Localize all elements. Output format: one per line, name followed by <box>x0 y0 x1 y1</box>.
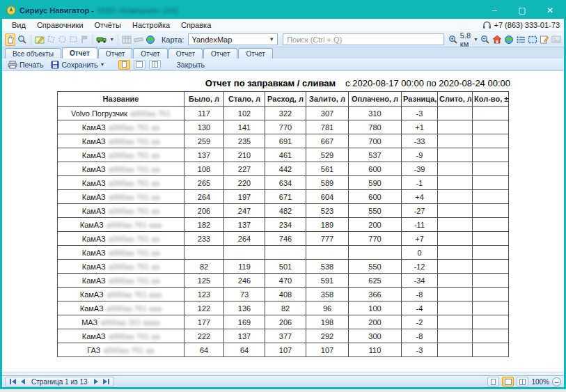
cell-value-6 <box>438 204 473 218</box>
edit-note-icon[interactable] <box>540 33 549 46</box>
cell-value-0: 123 <box>184 288 224 301</box>
cell-value-7 <box>473 218 509 232</box>
tab-4[interactable]: Отчет <box>168 48 203 58</box>
column-header-3: Расход, л <box>265 92 306 107</box>
cell-value-7 <box>473 301 509 315</box>
first-page-button[interactable] <box>8 379 17 384</box>
search-input[interactable]: Поиск (Ctrl + Q) <box>283 33 444 45</box>
table-view-icon[interactable] <box>122 33 132 46</box>
vehicle-plate-redacted: а000аа 761 аа <box>109 262 159 271</box>
cell-value-0: 125 <box>184 274 224 288</box>
tab-0[interactable]: Все объекты <box>5 48 61 58</box>
tab-1[interactable]: Отчет <box>62 47 97 58</box>
cell-value-4: 770 <box>349 232 402 246</box>
zoom-tool-icon[interactable] <box>17 33 27 46</box>
save-dropdown-caret[interactable]: ▼ <box>100 62 105 67</box>
select-area-icon[interactable] <box>528 33 537 46</box>
cell-value-0: 117 <box>184 107 224 120</box>
cell-value-1: 141 <box>224 120 265 134</box>
last-page-button[interactable] <box>102 379 111 384</box>
fit-width-icon <box>505 379 512 385</box>
menu-item-0[interactable]: Вид <box>6 19 31 31</box>
table-row: КамАЗа000аа 761 ааа1221368296100-4 <box>58 301 509 315</box>
status-view-single-button[interactable] <box>487 377 499 386</box>
cell-vehicle-name: КамАЗа000аа 761 аа <box>58 329 184 343</box>
next-page-button[interactable] <box>93 379 100 384</box>
vehicle-plate-redacted: а000аа 761 ааа <box>107 290 162 299</box>
cell-value-4: 200 <box>349 218 402 232</box>
zoom-in-icon[interactable] <box>448 33 458 46</box>
image-icon[interactable] <box>551 33 561 46</box>
route-ruler-icon[interactable] <box>134 33 143 46</box>
vehicle-plate-redacted: а000аа 761 аа <box>109 332 159 340</box>
table-row: КамАЗа000аа 761 аа82119501538550-12 <box>58 260 509 274</box>
cell-value-7 <box>473 190 509 204</box>
polygon-tool-icon[interactable] <box>47 33 56 46</box>
view-single-page-button[interactable] <box>118 60 130 70</box>
edit-map-icon[interactable] <box>35 33 45 46</box>
print-button[interactable]: Печать <box>6 60 45 70</box>
tab-6[interactable]: Отчет <box>238 48 272 58</box>
vehicle-plate-redacted: а000аа 761 аа <box>109 193 159 201</box>
cell-value-4: 550 <box>349 204 402 218</box>
list-icon[interactable] <box>516 33 526 46</box>
cell-value-3: 96 <box>306 301 349 315</box>
page-indicator: Страница 1 из 13 <box>29 378 91 386</box>
cell-value-5: -8 <box>402 288 438 301</box>
cell-value-7 <box>473 204 509 218</box>
home-icon[interactable] <box>492 33 502 46</box>
cell-value-4: 625 <box>349 274 402 288</box>
menu-item-3[interactable]: Настройка <box>127 19 175 31</box>
globe-tool-icon[interactable] <box>146 33 155 46</box>
view-fit-width-button[interactable] <box>134 60 146 70</box>
zoom-percent: 100% <box>531 378 549 386</box>
map-scale-dropdown[interactable]: 5.8 км ▼ <box>460 31 478 48</box>
flag-tool-icon[interactable] <box>80 33 89 46</box>
vehicle-truck-icon[interactable] <box>96 33 107 46</box>
cell-value-7 <box>473 120 509 134</box>
minimize-button[interactable]: – <box>480 2 508 19</box>
prev-page-button[interactable] <box>19 379 26 384</box>
zoom-out-icon[interactable] <box>480 33 490 46</box>
truck-dropdown-caret[interactable]: ▼ <box>109 37 114 42</box>
column-header-8: Кол-во, ± <box>473 92 509 107</box>
cell-vehicle-name: КамАЗа000аа 761 аа <box>58 246 184 260</box>
save-button[interactable]: Сохранить ▼ <box>49 60 107 70</box>
cell-value-4: 200 <box>349 315 402 329</box>
circle-tool-icon[interactable] <box>58 33 67 46</box>
cell-value-1 <box>224 246 265 260</box>
view-two-pages-button[interactable] <box>149 60 161 70</box>
close-report-button[interactable]: Закрыть <box>175 60 207 70</box>
cell-value-4: 600 <box>349 190 402 204</box>
app-window: Сириус Навигатор - ООО «Компания» (ХХ) –… <box>0 0 566 389</box>
status-view-multi-button[interactable] <box>517 377 528 386</box>
menu-item-2[interactable]: Отчёты <box>89 19 127 31</box>
cell-value-5: -4 <box>402 301 438 315</box>
rect-tool-icon[interactable] <box>69 33 78 46</box>
map-provider-select[interactable]: YandexMap ▼ <box>188 33 278 45</box>
tab-3[interactable]: Отчет <box>133 48 167 58</box>
pan-hand-icon[interactable] <box>5 33 15 46</box>
window-title-redacted: ООО «Компания» (ХХ) <box>97 6 178 15</box>
tab-2[interactable]: Отчет <box>98 48 132 58</box>
zoom-out-button[interactable]: – <box>552 377 561 386</box>
cell-value-3: 198 <box>306 315 349 329</box>
phone-number: +7 (863) 333-01-73 <box>494 21 560 29</box>
maximize-button[interactable]: ▢ <box>508 2 536 19</box>
menu-item-4[interactable]: Справка <box>175 19 217 31</box>
cell-vehicle-name: КамАЗа000аа 761 аа <box>58 148 184 162</box>
menu-item-1[interactable]: Справочники <box>31 19 89 31</box>
cell-value-0: 82 <box>184 260 224 274</box>
globe-icon[interactable] <box>504 33 514 46</box>
tab-5[interactable]: Отчет <box>203 48 237 58</box>
cell-value-4 <box>349 246 402 260</box>
cell-vehicle-name: КамАЗа000аа 761 аа <box>58 204 184 218</box>
close-button[interactable]: ✕ <box>536 2 564 19</box>
cell-value-6 <box>438 246 473 260</box>
table-row: МАЗа000аа 161 аааа177169206198200-2 <box>58 315 509 329</box>
status-view-fit-button[interactable] <box>502 377 514 386</box>
vehicle-plate-redacted: а000аа 761 аа <box>109 179 159 187</box>
menu-items: ВидСправочникиОтчётыНастройкаСправка <box>6 19 217 31</box>
menu-bar: ВидСправочникиОтчётыНастройкаСправка +7 … <box>2 19 564 32</box>
chevron-down-icon: ▼ <box>473 37 478 42</box>
